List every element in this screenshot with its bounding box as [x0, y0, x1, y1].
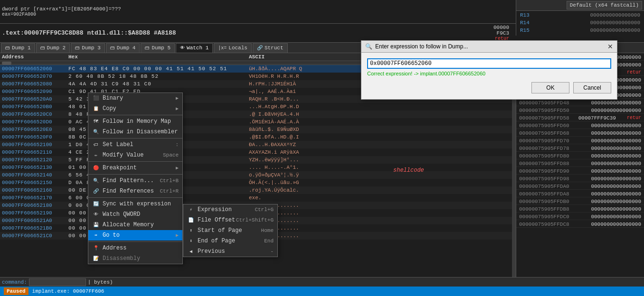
row-address: 00007FF6066520E0	[2, 126, 68, 133]
row-ascii: AXAYAZH.i ARÿàXA	[249, 148, 510, 156]
submenu-previous[interactable]: ◀ Previous -	[183, 246, 277, 257]
ctx-follow-disasm[interactable]: 🔍 Follow in Disassembler	[88, 127, 182, 137]
context-menu: ⬛ Binary ▶ 📋 Copy ▶ 🗺 Follow in Memory M…	[88, 92, 183, 264]
list-item: 00000075905FFDA00000000000000000	[516, 182, 644, 190]
table-row[interactable]: 00007FF606652150D 0A 80 FB E0 75 05 BB 4…	[0, 179, 512, 186]
table-row[interactable]: 00007FF6066521706 00 00 00 00 00 00 00 0…	[0, 194, 512, 202]
label-icon: 🏷	[92, 141, 100, 148]
stack-addr: 00000075905FFD60	[519, 122, 569, 128]
table-row[interactable]: 00007FF6066520E008 45 39 D1 75 D8 58 448…	[0, 126, 512, 133]
dialog-ok-button[interactable]: OK	[531, 82, 569, 93]
row-address: 00007FF606652080	[2, 80, 68, 88]
table-row[interactable]: 00007FF6066520F08B 0C 48 44 8B 40 1C 49.…	[0, 133, 512, 141]
table-row[interactable]: 00007FF6066521001 D0 41 58 41 58 5E 59 5…	[0, 141, 512, 148]
submenu-file-offset[interactable]: 📄 File Offset Ctrl+Shift+G	[183, 215, 277, 225]
expression-dialog[interactable]: 🔍 Enter expression to follow in Dump... …	[361, 40, 617, 100]
modify-icon: ✏	[92, 151, 100, 159]
tab-dump5[interactable]: 🗃 Dump 5	[141, 43, 175, 53]
sync-icon: 🔄	[92, 200, 100, 208]
stack-addr: 00000075905FFD88	[519, 160, 569, 166]
row-ascii: ................	[249, 209, 510, 217]
hscroll-thumb[interactable]	[2, 62, 11, 65]
expression-input[interactable]	[367, 58, 611, 69]
expr-icon: ⚡	[187, 206, 195, 213]
reg-r13: R13 0000000000000000	[516, 11, 644, 18]
cmd-input[interactable]	[29, 278, 86, 286]
stack-addr: 00000075905FFDC0	[519, 213, 569, 219]
ctx-watch-qword[interactable]: 👁 Watch QWORD	[88, 209, 182, 220]
dialog-body: Correct expression! -> implant.00007FF60…	[361, 53, 617, 99]
row-ascii: .@$I.ÐfA..HD.@.I	[249, 133, 510, 141]
startpage-icon: ⬆	[187, 227, 195, 234]
table-row[interactable]: 00007FF6066520D00 AC 41 C1 C9 0D 41 01 C…	[0, 118, 512, 126]
stack-val: 00007FFF9C39	[578, 114, 616, 120]
tab-dump1[interactable]: 🗃 Dump 1	[1, 43, 35, 53]
tab-watch1[interactable]: 👁 Watch 1	[176, 43, 213, 53]
table-row[interactable]: 00007FF6066521205 FF FF 5D 48 BA 01 00 0…	[0, 156, 512, 164]
ctx-goto[interactable]: ➡ Go to ▶	[88, 230, 182, 240]
row-address: 00007FF606652170	[2, 194, 68, 202]
cmd-bar: command: | bytes)	[0, 277, 644, 287]
findref-icon: 🔗	[92, 187, 100, 195]
table-row[interactable]: 00007FF6066521406 56 41 BA A6 95 BD 9D F…	[0, 171, 512, 179]
table-row[interactable]: 00007FF6066521104 CE 20 41 52 FF E0 58 4…	[0, 148, 512, 156]
ctx-modify-val[interactable]: ✏ Modify Value Space	[88, 150, 182, 160]
stack-addr: 00000075905FFD58	[519, 114, 569, 120]
dump3-icon: 🗃	[75, 45, 80, 51]
ctx-follow-memmap[interactable]: 🗺 Follow in Memory Map	[88, 116, 182, 127]
stack-val: 0000000000000000	[591, 107, 641, 113]
ctx-find-refs[interactable]: 🔗 Find References Ctrl+R	[88, 186, 182, 196]
tab-locals[interactable]: |x= Locals	[214, 43, 252, 53]
ctx-copy[interactable]: 📋 Copy ▶	[88, 103, 182, 114]
stack-addr: 00000075905FFD80	[519, 152, 569, 158]
tab-dump3[interactable]: 🗃 Dump 3	[71, 43, 105, 53]
ctx-breakpoint[interactable]: 🔴 Breakpoint ▶	[88, 163, 182, 173]
tab-dump4[interactable]: 🗃 Dump 4	[106, 43, 140, 53]
row-address: 00007FF6066521A0	[2, 217, 68, 224]
ctx-disassembly[interactable]: 📝 Disassembly	[88, 253, 182, 264]
row-address: 00007FF6066520C0	[2, 111, 68, 118]
ctx-find-pattern[interactable]: 🔍 Find Pattern... Ctrl+B	[88, 176, 182, 186]
table-row[interactable]: 00007FF6066520C08 48 FF C9 41 8B 48 34.@…	[0, 111, 512, 118]
list-item: 00000075905FFD5800007FFF9C39retur	[516, 114, 644, 121]
dump5-icon: 🗃	[145, 45, 150, 51]
list-item: 00000075905FFD800000000000000000	[516, 152, 644, 159]
return-label: retur	[625, 114, 641, 120]
table-row[interactable]: 00007FF60665216000 DE DE 00 63 1E C3 2E.…	[0, 186, 512, 194]
ctx-address[interactable]: 📍 Address	[88, 243, 182, 253]
addr-icon: 📍	[92, 244, 100, 252]
row-ascii: ................	[249, 217, 510, 224]
dialog-close-button[interactable]: ✕	[607, 43, 613, 50]
ctx-sync-expr[interactable]: 🔄 Sync with expression	[88, 199, 182, 209]
row-address: 00007FF606652150	[2, 179, 68, 186]
binary-icon: ⬛	[92, 94, 100, 102]
dialog-cancel-button[interactable]: Cancel	[573, 82, 611, 93]
ctx-set-label[interactable]: 🏷 Set Label :	[88, 139, 182, 150]
ctx-binary[interactable]: ⬛ Binary ▶	[88, 93, 182, 103]
ctx-sep2	[88, 138, 182, 139]
submenu-end-of-page[interactable]: ⬇ End of Page End	[183, 236, 277, 246]
fileoffset-icon: 📄	[187, 216, 195, 224]
stack-addr: 00000075905FFD50	[519, 107, 569, 113]
tab-dump2[interactable]: 🗃 Dump 2	[36, 43, 70, 53]
stack-val: 0000000000000000	[591, 198, 641, 204]
stack-addr: 00000075905FFDC8	[519, 221, 569, 227]
status-process: implant.exe: 00007FF606	[32, 288, 104, 294]
memmap-icon: 🗺	[92, 118, 100, 125]
row-hex: 2 60 48 8B 52 18 48 8B 52	[68, 73, 249, 80]
submenu-expression[interactable]: ⚡ Expression Ctrl+G	[183, 204, 277, 215]
row-address: 00007FF6066521B0	[2, 224, 68, 232]
stack-addr: 00000075905FFDB8	[519, 205, 569, 212]
dump4-icon: 🗃	[110, 45, 115, 51]
stack-val: 0000000000000000	[591, 130, 641, 136]
ctx-sep1	[88, 115, 182, 115]
bytes-indicator: | bytes)	[88, 279, 113, 285]
goto-submenu: ⚡ Expression Ctrl+G 📄 File Offset Ctrl+S…	[183, 204, 278, 257]
ctx-alloc-mem[interactable]: 💾 Allocate Memory	[88, 220, 182, 230]
table-row[interactable]: 00007FF6066520B048 01 D0 50 8B 48 18 44.…	[0, 103, 512, 111]
row-address: 00007FF6066521C0	[2, 232, 68, 240]
tab-struct[interactable]: 🔗 Struct	[253, 43, 288, 53]
table-row[interactable]: 00007FF60665213001 00 00 41 BA 00 41 8B.…	[0, 164, 512, 171]
ctx-sep6	[88, 241, 182, 242]
submenu-start-of-page[interactable]: ⬆ Start of Page Home	[183, 225, 277, 236]
